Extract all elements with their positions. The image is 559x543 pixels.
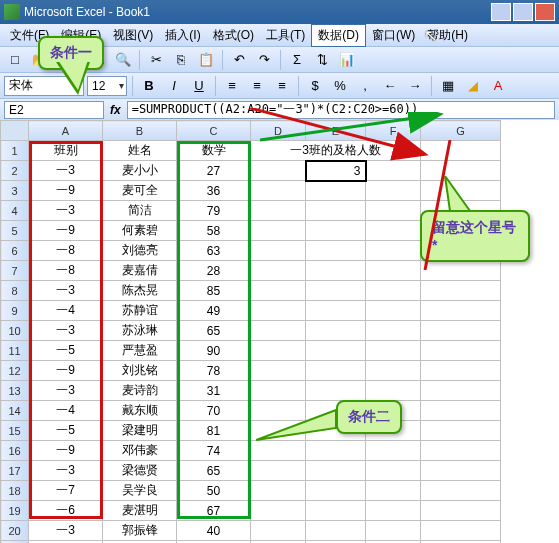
cell[interactable] xyxy=(251,441,306,461)
cell[interactable] xyxy=(421,261,501,281)
currency-icon[interactable]: $ xyxy=(304,75,326,97)
row-header[interactable]: 19 xyxy=(1,501,29,521)
undo-icon[interactable]: ↶ xyxy=(228,49,250,71)
cell[interactable]: 苏泳琳 xyxy=(103,321,177,341)
cell[interactable]: 麦小小 xyxy=(103,161,177,181)
cell[interactable] xyxy=(421,141,501,161)
align-left-icon[interactable]: ≡ xyxy=(221,75,243,97)
minimize-button[interactable] xyxy=(491,3,511,21)
cell[interactable]: 90 xyxy=(177,341,251,361)
row-header[interactable]: 12 xyxy=(1,361,29,381)
cell[interactable] xyxy=(421,281,501,301)
fx-icon[interactable]: fx xyxy=(110,103,121,117)
cell[interactable] xyxy=(366,381,421,401)
cell[interactable] xyxy=(421,481,501,501)
col-header-D[interactable]: D xyxy=(251,121,306,141)
cell[interactable] xyxy=(251,361,306,381)
row-header[interactable]: 10 xyxy=(1,321,29,341)
row-header[interactable]: 17 xyxy=(1,461,29,481)
cell[interactable] xyxy=(306,501,366,521)
row-header[interactable]: 18 xyxy=(1,481,29,501)
cell[interactable] xyxy=(366,241,421,261)
row-header[interactable]: 7 xyxy=(1,261,29,281)
cell[interactable]: 31 xyxy=(177,381,251,401)
cell[interactable] xyxy=(306,381,366,401)
bold-icon[interactable]: B xyxy=(138,75,160,97)
row-header[interactable]: 4 xyxy=(1,201,29,221)
sum-icon[interactable]: Σ xyxy=(286,49,308,71)
row-header[interactable]: 14 xyxy=(1,401,29,421)
cell[interactable]: 67 xyxy=(177,501,251,521)
row-header[interactable]: 6 xyxy=(1,241,29,261)
cell[interactable]: 一9 xyxy=(29,181,103,201)
cell[interactable] xyxy=(366,501,421,521)
cell[interactable]: 严慧盈 xyxy=(103,341,177,361)
cell[interactable] xyxy=(366,301,421,321)
cell[interactable] xyxy=(366,201,421,221)
maximize-button[interactable] xyxy=(513,3,533,21)
copy-icon[interactable]: ⎘ xyxy=(170,49,192,71)
cell[interactable] xyxy=(251,501,306,521)
row-header[interactable]: 11 xyxy=(1,341,29,361)
cell[interactable] xyxy=(366,521,421,541)
row-header[interactable]: 13 xyxy=(1,381,29,401)
formula-input[interactable]: =SUMPRODUCT((A2:A20="一3")*(C2:C20>=60)) xyxy=(127,101,555,119)
col-header-G[interactable]: G xyxy=(421,121,501,141)
sort-icon[interactable]: ⇅ xyxy=(311,49,333,71)
cell[interactable] xyxy=(306,241,366,261)
font-color-icon[interactable]: A xyxy=(487,75,509,97)
comma-icon[interactable]: , xyxy=(354,75,376,97)
cell[interactable] xyxy=(421,401,501,421)
cell[interactable]: 刘德亮 xyxy=(103,241,177,261)
menu-insert[interactable]: 插入(I) xyxy=(159,25,206,46)
cell[interactable]: 数学 xyxy=(177,141,251,161)
cell-active[interactable]: 3 xyxy=(306,161,366,181)
cell[interactable] xyxy=(421,521,501,541)
cell[interactable]: 一5 xyxy=(29,341,103,361)
cell[interactable] xyxy=(251,481,306,501)
cell[interactable]: 63 xyxy=(177,241,251,261)
cell[interactable]: 65 xyxy=(177,461,251,481)
cell[interactable]: 27 xyxy=(177,161,251,181)
paste-icon[interactable]: 📋 xyxy=(195,49,217,71)
cell[interactable]: 50 xyxy=(177,481,251,501)
cell[interactable] xyxy=(251,521,306,541)
cell[interactable]: 一8 xyxy=(29,241,103,261)
cell[interactable] xyxy=(251,301,306,321)
cell[interactable]: 一3 xyxy=(29,321,103,341)
cell[interactable]: 74 xyxy=(177,441,251,461)
cell[interactable]: 陈杰晃 xyxy=(103,281,177,301)
cell[interactable]: 一4 xyxy=(29,301,103,321)
row-header[interactable]: 15 xyxy=(1,421,29,441)
cell[interactable] xyxy=(306,321,366,341)
cell[interactable]: 梁建明 xyxy=(103,421,177,441)
cell[interactable] xyxy=(421,461,501,481)
italic-icon[interactable]: I xyxy=(163,75,185,97)
cell[interactable] xyxy=(421,441,501,461)
fill-color-icon[interactable]: ◢ xyxy=(462,75,484,97)
cell[interactable]: 28 xyxy=(177,261,251,281)
cell[interactable] xyxy=(251,221,306,241)
cell[interactable] xyxy=(306,341,366,361)
menu-tools[interactable]: 工具(T) xyxy=(260,25,311,46)
cell[interactable] xyxy=(251,381,306,401)
cell[interactable] xyxy=(366,481,421,501)
cell[interactable]: 一3 xyxy=(29,461,103,481)
cell[interactable] xyxy=(421,501,501,521)
cell[interactable]: 姓名 xyxy=(103,141,177,161)
cell[interactable] xyxy=(421,381,501,401)
cell[interactable] xyxy=(251,241,306,261)
cell[interactable]: 58 xyxy=(177,221,251,241)
cell[interactable]: 一4 xyxy=(29,401,103,421)
cell[interactable]: 麦可全 xyxy=(103,181,177,201)
chart-icon[interactable]: 📊 xyxy=(336,49,358,71)
cell[interactable] xyxy=(421,421,501,441)
cell[interactable] xyxy=(251,401,306,421)
cell[interactable]: 79 xyxy=(177,201,251,221)
cell[interactable]: 36 xyxy=(177,181,251,201)
cell[interactable] xyxy=(306,521,366,541)
cell[interactable] xyxy=(421,301,501,321)
cell[interactable]: 吴学良 xyxy=(103,481,177,501)
cell[interactable] xyxy=(366,221,421,241)
cell[interactable]: 70 xyxy=(177,401,251,421)
